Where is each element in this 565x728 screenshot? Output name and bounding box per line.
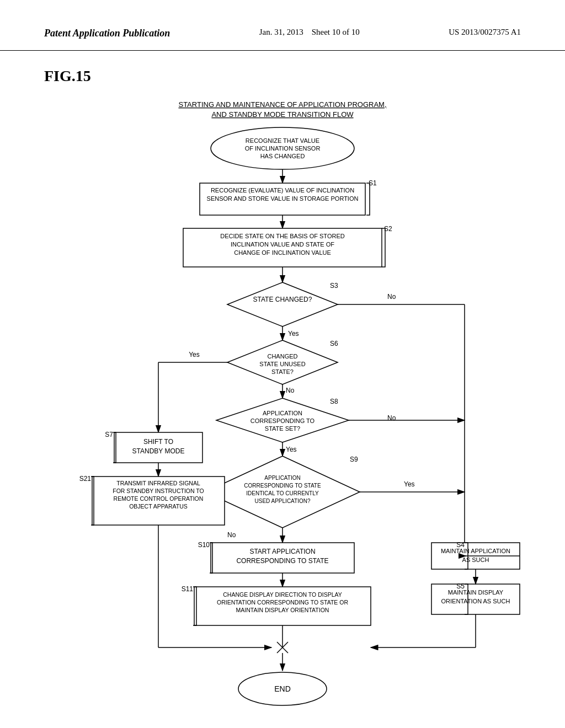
diagram-title-line1: STARTING AND MAINTENANCE OF APPLICATION …: [178, 100, 386, 109]
svg-text:SHIFT TO: SHIFT TO: [143, 438, 173, 446]
svg-text:STANDBY MODE: STANDBY MODE: [132, 447, 185, 455]
svg-text:START APPLICATION: START APPLICATION: [249, 548, 315, 555]
s6-label: S6: [330, 340, 338, 347]
s6-no-label: No: [286, 387, 295, 394]
s3-label: S3: [330, 282, 338, 290]
s3-no-label: No: [387, 293, 396, 301]
flowchart-container: STARTING AND MAINTENANCE OF APPLICATION …: [0, 90, 565, 719]
svg-text:APPLICATION: APPLICATION: [263, 410, 302, 416]
s3-diamond: [227, 282, 338, 326]
s7-label-text: S7: [105, 431, 113, 438]
svg-text:ORIENTATION CORRESPONDING TO S: ORIENTATION CORRESPONDING TO STATE OR: [217, 599, 348, 606]
svg-text:TRANSMIT INFRARED SIGNAL: TRANSMIT INFRARED SIGNAL: [116, 480, 200, 486]
svg-text:END: END: [274, 684, 291, 693]
publication-date: Jan. 31, 2013: [259, 28, 303, 36]
svg-text:INCLINATION VALUE AND STATE OF: INCLINATION VALUE AND STATE OF: [231, 241, 334, 248]
sheet-info: Sheet 10 of 10: [312, 28, 360, 36]
publication-label: Patent Application Publication: [44, 28, 170, 39]
svg-text:HAS CHANGED: HAS CHANGED: [260, 153, 305, 159]
svg-text:MAINTAIN APPLICATION: MAINTAIN APPLICATION: [441, 548, 510, 554]
figure-label: FIG.15: [44, 67, 565, 85]
svg-text:USED APPLICATION?: USED APPLICATION?: [255, 498, 311, 504]
svg-text:CORRESPONDING TO STATE: CORRESPONDING TO STATE: [236, 557, 328, 565]
s8-label: S8: [330, 398, 338, 405]
svg-text:CHANGE DISPLAY DIRECTION TO DI: CHANGE DISPLAY DIRECTION TO DISPLAY: [223, 591, 342, 598]
svg-text:APPLICATION: APPLICATION: [264, 475, 300, 481]
s11-label-text: S11: [182, 585, 194, 593]
svg-text:STATE SET?: STATE SET?: [265, 425, 300, 432]
svg-text:CHANGE OF  INCLINATION VALUE: CHANGE OF INCLINATION VALUE: [234, 249, 331, 256]
s21-label-text: S21: [79, 475, 92, 483]
s5-label-text: S5: [456, 582, 465, 590]
svg-text:IDENTICAL TO CURRENTLY: IDENTICAL TO CURRENTLY: [246, 490, 319, 496]
svg-text:DECIDE STATE ON THE BASIS OF S: DECIDE STATE ON THE BASIS OF STORED: [220, 233, 344, 239]
s10-label-text: S10: [198, 541, 210, 549]
s3-yes-label: Yes: [288, 330, 299, 338]
s8-yes-label: Yes: [286, 446, 297, 453]
svg-text:ORIENTATION AS SUCH: ORIENTATION AS SUCH: [441, 598, 510, 604]
page: Patent Application Publication Jan. 31, …: [0, 0, 565, 728]
s4-label-text: S4: [456, 541, 465, 549]
svg-text:RECOGNIZE THAT VALUE: RECOGNIZE THAT VALUE: [246, 137, 319, 144]
svg-text:CHANGED: CHANGED: [267, 353, 297, 360]
svg-text:RECOGNIZE (EVALUATE) VALUE OF : RECOGNIZE (EVALUATE) VALUE OF INCLINATIO…: [211, 187, 354, 194]
svg-text:CORRESPONDING TO: CORRESPONDING TO: [250, 417, 315, 424]
svg-text:SENSOR AND STORE VALUE IN STOR: SENSOR AND STORE VALUE IN STORAGE PORTIO…: [207, 195, 359, 202]
s6-yes-label: Yes: [189, 351, 200, 358]
svg-text:OBJECT APPARATUS: OBJECT APPARATUS: [129, 503, 188, 510]
s9-label: S9: [350, 456, 358, 463]
svg-text:REMOTE CONTROL OPERATION: REMOTE CONTROL OPERATION: [114, 495, 204, 502]
diagram-title-line2: AND STANDBY MODE TRANSITION FLOW: [211, 110, 354, 119]
s9-yes-label: Yes: [404, 480, 415, 488]
svg-text:MAINTAIN DISPLAY ORIENTATION: MAINTAIN DISPLAY ORIENTATION: [236, 607, 329, 613]
s9-no-label: No: [227, 531, 236, 539]
flowchart-svg: STARTING AND MAINTENANCE OF APPLICATION …: [23, 90, 542, 719]
svg-text:STATE?: STATE?: [271, 368, 294, 375]
header-center: Jan. 31, 2013 Sheet 10 of 10: [259, 28, 360, 37]
patent-number: US 2013/0027375 A1: [449, 28, 521, 37]
svg-text:CORRESPONDING TO STATE: CORRESPONDING TO STATE: [244, 483, 321, 489]
svg-text:AS SUCH: AS SUCH: [462, 556, 489, 563]
svg-text:FOR STANDBY INSTRUCTION TO: FOR STANDBY INSTRUCTION TO: [113, 488, 204, 494]
page-header: Patent Application Publication Jan. 31, …: [0, 0, 565, 51]
svg-text:STATE UNUSED: STATE UNUSED: [259, 361, 305, 367]
svg-text:STATE CHANGED?: STATE CHANGED?: [253, 296, 312, 303]
s8-no-label: No: [387, 414, 396, 422]
svg-text:OF INCLINATION SENSOR: OF INCLINATION SENSOR: [245, 145, 321, 152]
